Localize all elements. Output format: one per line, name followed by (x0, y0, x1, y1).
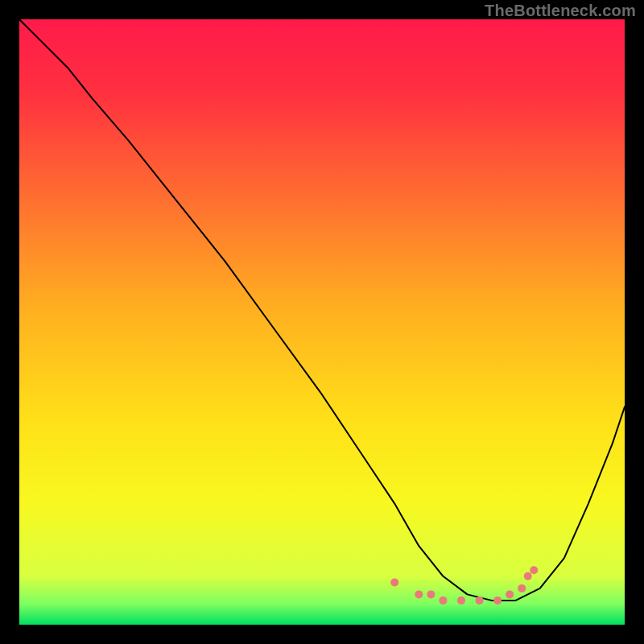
curve-marker (427, 590, 435, 598)
gradient-background (19, 19, 625, 625)
attribution-text: TheBottleneck.com (485, 2, 636, 20)
curve-marker (457, 597, 465, 605)
curve-marker (439, 597, 447, 605)
chart-svg (19, 19, 625, 625)
curve-marker (524, 572, 532, 580)
curve-marker (506, 590, 514, 598)
curve-marker (476, 597, 484, 605)
chart-frame: TheBottleneck.com (0, 0, 644, 644)
curve-marker (493, 597, 502, 605)
curve-marker (530, 566, 538, 574)
curve-marker (415, 590, 423, 598)
curve-marker (518, 584, 526, 592)
curve-marker (390, 578, 398, 586)
